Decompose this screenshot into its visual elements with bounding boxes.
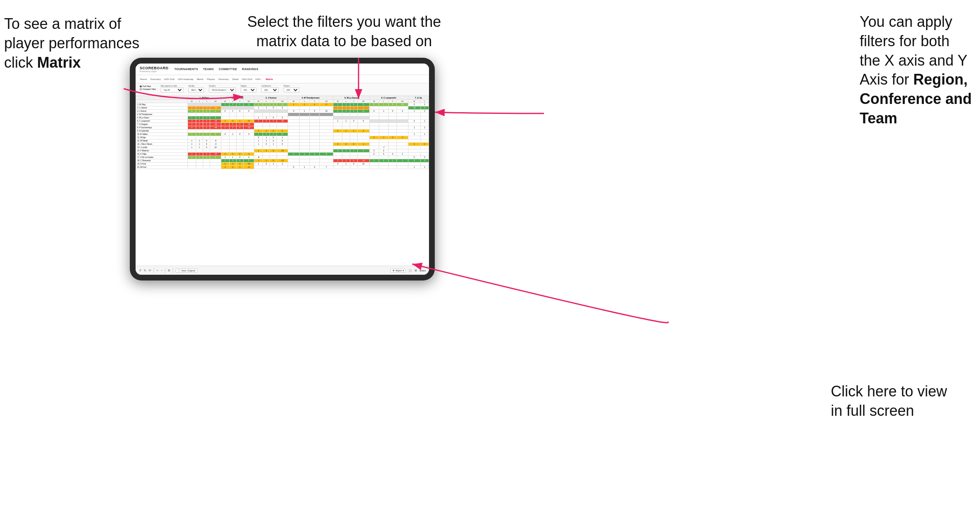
refresh-icon[interactable]: ⟳ xyxy=(149,269,151,272)
cell-r3-c5-1 xyxy=(379,113,389,116)
nav-tournaments[interactable]: TOURNAMENTS xyxy=(174,68,198,71)
matrix-header-7: 7. G Sa xyxy=(408,96,429,100)
row-name-13: 14. J Lundin xyxy=(136,146,188,149)
cell-r17-c1-3: 0 xyxy=(244,159,254,163)
cell-r15-c1-1: 2 xyxy=(229,153,236,156)
cell-r7-c0-1: 1 xyxy=(196,126,203,130)
cell-r10-c3-2 xyxy=(309,136,319,139)
cell-r9-c5-3 xyxy=(397,133,408,136)
watch-button[interactable]: 👁 Watch ▾ xyxy=(390,269,406,273)
cell-r11-c2-1: 1 xyxy=(263,139,270,143)
subnav-h2h-heatmap[interactable]: H2H Heatmap xyxy=(178,78,193,80)
cell-r4-c2-2: 0 xyxy=(270,116,277,120)
zoom-in-icon[interactable]: + xyxy=(157,269,158,272)
subnav-teams[interactable]: Teams xyxy=(140,78,147,80)
cell-r0-c3-0: 1 xyxy=(288,103,299,106)
cell-r0-c3-1: 2 xyxy=(300,103,309,106)
row-name-18: 19. D Ford xyxy=(136,163,188,166)
self-cell-4-4 xyxy=(333,116,369,120)
cell-r3-c2-0 xyxy=(254,113,263,116)
redo-icon[interactable]: ↻ xyxy=(144,269,146,272)
share-button[interactable]: Share xyxy=(420,269,426,272)
nav-rankings[interactable]: RANKINGS xyxy=(242,68,258,71)
cell-r8-c0-0 xyxy=(188,130,196,133)
cell-r0-c5-3: 13 xyxy=(397,103,408,106)
subnav-matrix-active[interactable]: Matrix xyxy=(266,78,273,80)
subnav-summary[interactable]: Summary xyxy=(150,78,161,80)
cell-r19-c6-0: 1 xyxy=(408,166,420,169)
compact-view-option[interactable]: Compact View xyxy=(140,88,156,90)
cell-r0-c3-3: 17 xyxy=(319,103,333,106)
undo-icon[interactable]: ↺ xyxy=(139,269,141,272)
cell-r6-c3-1 xyxy=(300,123,309,126)
toolbar-sep2 xyxy=(165,268,165,273)
cell-r18-c1-0: 2 xyxy=(221,163,229,166)
cell-r3-c5-2 xyxy=(389,113,397,116)
subnav-h2h-more[interactable]: H2H... xyxy=(256,78,263,80)
subnav-summary2[interactable]: Summary xyxy=(218,78,229,80)
cell-r14-c5-1: 2 xyxy=(379,149,389,153)
cell-r7-c5-3 xyxy=(397,126,408,130)
conference-select[interactable]: (All) xyxy=(261,87,279,92)
max-players-select[interactable]: Top 25 xyxy=(161,87,183,92)
cell-r13-c0-1: 1 xyxy=(196,146,203,149)
cell-r12-c2-2: 1 xyxy=(270,143,277,146)
cell-r18-c1-1: 0 xyxy=(229,163,236,166)
cell-r14-c3-0 xyxy=(288,149,299,153)
full-view-radio[interactable] xyxy=(140,85,142,87)
screen-icon[interactable]: ⬜ xyxy=(408,269,412,272)
cell-r10-c6-1 xyxy=(420,136,429,139)
cell-r2-c3-0: 0 xyxy=(288,110,299,113)
cell-r12-c0-3: -3 xyxy=(210,143,221,146)
cell-r9-c0-1: 1 xyxy=(196,133,203,136)
region-select[interactable]: N/A xyxy=(241,87,256,92)
cell-r12-c0-2: 0 xyxy=(203,143,210,146)
gender-select[interactable]: Men's xyxy=(188,87,204,92)
max-players-label: Max players in view xyxy=(161,85,183,87)
row-name-4: 5. M La Sasso xyxy=(136,116,188,120)
cell-r10-c4-0 xyxy=(333,136,342,139)
grid-icon[interactable]: ⊞ xyxy=(415,269,417,272)
subnav-players[interactable]: Players xyxy=(207,78,215,80)
cell-r13-c4-1 xyxy=(342,146,350,149)
cell-r5-c4-2: 0 xyxy=(350,120,358,123)
toolbar-sep3 xyxy=(173,268,173,273)
division-select[interactable]: NCAA Division I xyxy=(209,87,236,92)
full-view-option[interactable]: Full View xyxy=(140,85,156,87)
nav-teams[interactable]: TEAMS xyxy=(203,68,214,71)
cell-r6-c0-3: -45 xyxy=(210,123,221,126)
cell-r4-c5-1 xyxy=(379,116,389,120)
cell-r7-c3-0 xyxy=(288,126,299,130)
cell-r15-c2-2 xyxy=(270,153,277,156)
players-select[interactable]: (All) xyxy=(284,87,299,92)
cell-r6-c2-0 xyxy=(254,123,263,126)
zoom-out-icon[interactable]: − xyxy=(161,269,162,272)
cell-r19-c4-2 xyxy=(350,166,358,169)
cell-r19-c1-2: 1 xyxy=(236,166,243,169)
gender-filter: Gender Men's xyxy=(188,85,204,92)
view-original-button[interactable]: 📄 View: Original xyxy=(176,269,197,273)
subnav-detail[interactable]: Detail xyxy=(232,78,238,80)
nav-committee[interactable]: COMMITTEE xyxy=(219,68,237,71)
cell-r3-c4-1 xyxy=(342,113,350,116)
cell-r16-c4-3 xyxy=(358,156,369,159)
cell-r19-c5-2 xyxy=(389,166,397,169)
cell-r19-c6-1: 1 xyxy=(420,166,429,169)
cell-r11-c3-1 xyxy=(300,139,309,143)
subnav-h2h-grid[interactable]: H2H Grid xyxy=(164,78,174,80)
cell-r1-c4-3: -1 xyxy=(358,106,369,110)
cell-r11-c3-0 xyxy=(288,139,299,143)
cell-r18-c3-0 xyxy=(288,163,299,166)
cell-r18-c6-1 xyxy=(420,163,429,166)
cell-r6-c0-2: 0 xyxy=(203,123,210,126)
cell-r1-c4-0: 1 xyxy=(333,106,342,110)
subnav-h2h-grid2[interactable]: H2H Grid xyxy=(242,78,252,80)
settings-icon[interactable]: ⚙ xyxy=(168,269,170,272)
cell-r14-c1-3 xyxy=(244,149,254,153)
cell-r16-c5-1 xyxy=(379,156,389,159)
cell-r14-c3-2 xyxy=(309,149,319,153)
cell-r14-c5-2 xyxy=(389,149,397,153)
cell-r6-c5-3 xyxy=(397,123,408,126)
compact-view-radio[interactable] xyxy=(140,88,142,90)
subnav-matrix[interactable]: Matrix xyxy=(197,78,203,80)
